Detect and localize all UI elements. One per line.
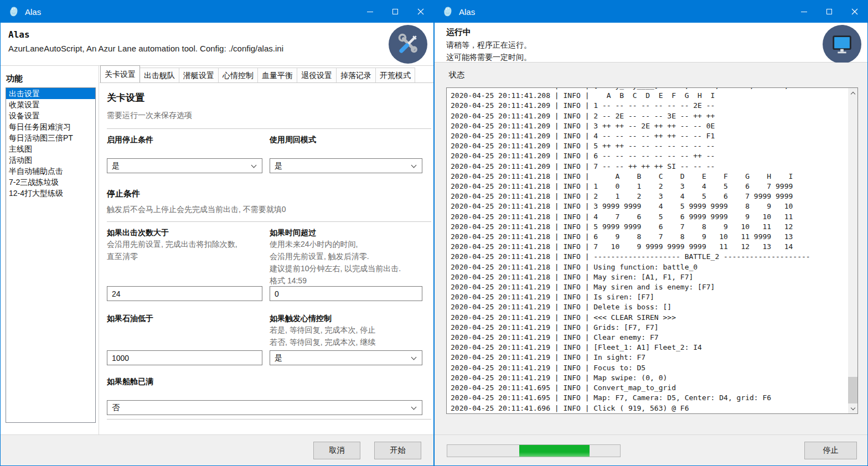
- tab[interactable]: 血量平衡: [257, 68, 297, 82]
- log-line: 2020-04-25 20:11:41.219 | INFO | [Fleet_…: [451, 343, 848, 353]
- if-count-input[interactable]: [107, 286, 262, 301]
- sidebar-heading: 功能: [6, 74, 99, 84]
- log-line: 2020-04-25 20:11:41.208 | INFO | A B C D…: [451, 91, 848, 101]
- log-line: 2020-04-25 20:11:41.209 | INFO | 2 -- 2E…: [451, 111, 848, 121]
- minimize-button[interactable]: [357, 1, 383, 23]
- if-time-help: 使用未来24小时内的时间,: [270, 239, 422, 250]
- tab[interactable]: 关卡设置: [100, 65, 140, 82]
- tab[interactable]: 潜艇设置: [179, 68, 219, 82]
- close-button[interactable]: [842, 1, 867, 23]
- settings-tabbar: 关卡设置出击舰队潜艇设置心情控制血量平衡退役设置掉落记录开荒模式: [100, 66, 433, 83]
- log-line: 2020-04-25 20:11:41.696 | INFO | Click (…: [451, 403, 848, 413]
- progress-indicator: [519, 445, 590, 457]
- monitor-badge: [823, 25, 861, 64]
- sidebar-item[interactable]: 主线图: [6, 143, 95, 154]
- tab[interactable]: 掉落记录: [336, 68, 376, 82]
- log-line: 2020-04-25 20:11:41.218 | INFO | Using f…: [451, 262, 848, 272]
- select-value: 是: [275, 353, 282, 363]
- chevron-up-icon: [850, 91, 855, 96]
- sidebar-item[interactable]: 每日活动图三倍PT: [6, 132, 95, 143]
- if-dock-full-select[interactable]: 否: [107, 400, 422, 415]
- tab[interactable]: 心情控制: [218, 68, 258, 82]
- scroll-down-button[interactable]: [848, 404, 857, 413]
- if-emotion-help: 若是, 等待回复, 完成本次, 停止: [270, 325, 422, 335]
- divider: [107, 221, 431, 222]
- log-line: 2020-04-25 20:11:41.218 | INFO | 6 9 8 7…: [451, 232, 848, 242]
- sidebar-item[interactable]: 设备设置: [6, 110, 95, 121]
- log-scrollbar[interactable]: [848, 88, 857, 413]
- log-line: 2020-04-25 20:11:41.219 | INFO | Map swi…: [451, 373, 848, 383]
- sidebar-item[interactable]: 每日任务困难演习: [6, 121, 95, 132]
- tab[interactable]: 出击舰队: [140, 68, 179, 82]
- log-line: 2020-04-25 20:11:41.218 | INFO | -------…: [451, 252, 848, 262]
- if-dock-full-label: 如果船舱已满: [107, 376, 433, 386]
- scrollbar-thumb[interactable]: [848, 377, 857, 403]
- log-line: 2020-04-25 20:11:41.219 | INFO | In sigh…: [451, 353, 848, 363]
- sidebar-item[interactable]: 12-4打大型练级: [6, 188, 95, 199]
- minimize-icon: [801, 12, 807, 12]
- minimize-icon: [367, 12, 373, 12]
- tab[interactable]: 开荒模式: [375, 68, 415, 82]
- log-line: 2020-04-25 20:11:41.219 | INFO | Clear e…: [451, 333, 848, 343]
- function-listbox[interactable]: 出击设置收菜设置设备设置每日任务困难演习每日活动图三倍PT主线图活动图半自动辅助…: [6, 87, 96, 423]
- sidebar-item[interactable]: 活动图: [6, 154, 95, 165]
- log-line: 2020-04-25 20:11:41.219 | INFO | May sir…: [451, 282, 848, 292]
- progress-bar: [447, 444, 621, 457]
- chevron-down-icon: [411, 355, 417, 360]
- enable-stop-select[interactable]: 是: [107, 158, 262, 173]
- log-line: 2020-04-25 20:11:41.209 | INFO | 1 -- --…: [451, 101, 848, 111]
- tab[interactable]: 退役设置: [297, 68, 337, 82]
- log-line: 2020-04-25 20:11:41.218 | INFO | 3 9999 …: [451, 201, 848, 211]
- log-content: 2020-04-25 20:11:41.188 | INFO | [enemy_…: [451, 87, 848, 413]
- form-title: 关卡设置: [107, 91, 433, 104]
- log-line: 2020-04-25 20:11:41.209 | INFO | 3 ++ ++…: [451, 121, 848, 131]
- run-titlebar[interactable]: Alas: [435, 1, 867, 23]
- close-button[interactable]: [408, 1, 433, 23]
- run-footer: 停止: [435, 434, 867, 465]
- log-line: 2020-04-25 20:11:41.695 | INFO | Convert…: [451, 383, 848, 393]
- window-title: Alas: [459, 7, 475, 17]
- maximize-icon: [826, 9, 832, 14]
- chevron-down-icon: [411, 405, 417, 410]
- if-time-help: 会沿用先前设置, 触发后清零.: [270, 251, 422, 262]
- run-window: Alas 运行中 请稍等，程序正在运行。 这可能将需要一定时间。 状态 2020…: [434, 0, 868, 466]
- alas-logo: [8, 6, 20, 18]
- start-button[interactable]: 开始: [374, 442, 421, 459]
- chevron-down-icon: [850, 405, 855, 410]
- alas-logo: [442, 6, 454, 18]
- tools-icon: [396, 32, 420, 56]
- cancel-button[interactable]: 取消: [313, 442, 360, 459]
- stop-button[interactable]: 停止: [804, 442, 857, 459]
- app-title: Alas: [8, 29, 433, 40]
- select-value: 否: [112, 403, 120, 413]
- log-line: 2020-04-25 20:11:41.218 | INFO | 1 0 1 2…: [451, 182, 848, 191]
- maximize-button[interactable]: [383, 1, 408, 23]
- sidebar-item[interactable]: 出击设置: [6, 88, 95, 99]
- log-line: 2020-04-25 20:11:41.218 | INFO | 4 7 6 5…: [451, 212, 848, 222]
- if-count-help: 直至清零: [107, 251, 262, 262]
- run-status-title: 运行中: [446, 27, 867, 38]
- config-titlebar[interactable]: Alas: [1, 1, 433, 23]
- app-subtitle: AzurLaneAutoScript, An Azur Lane automat…: [8, 44, 433, 53]
- log-line: 2020-04-25 20:11:41.219 | INFO | Is sire…: [451, 292, 848, 302]
- stage-settings-form: 关卡设置 需要运行一次来保存选项 启用停止条件 是 使用周回模式 是: [100, 83, 433, 434]
- select-value: 是: [112, 161, 120, 171]
- if-time-input[interactable]: [270, 286, 422, 301]
- sidebar-item[interactable]: 收菜设置: [6, 99, 95, 110]
- use-loop-select[interactable]: 是: [270, 158, 422, 173]
- log-line: 2020-04-25 20:11:41.209 | INFO | 7 -- --…: [451, 162, 848, 172]
- maximize-button[interactable]: [817, 1, 842, 23]
- sidebar-item[interactable]: 7-2三战拣垃圾: [6, 177, 95, 188]
- sidebar-item[interactable]: 半自动辅助点击: [6, 165, 95, 177]
- if-emotion-select[interactable]: 是: [270, 350, 422, 365]
- close-icon: [417, 8, 424, 15]
- log-line: 2020-04-25 20:11:41.218 | INFO | A B C D…: [451, 172, 848, 182]
- scroll-up-button[interactable]: [848, 88, 857, 97]
- status-label: 状态: [449, 70, 464, 80]
- if-emotion-label: 如果触发心情控制: [270, 313, 422, 323]
- config-app-header: Alas AzurLaneAutoScript, An Azur Lane au…: [1, 23, 433, 66]
- log-viewport: 2020-04-25 20:11:41.188 | INFO | [enemy_…: [446, 87, 858, 414]
- run-status-line: 这可能将需要一定时间。: [446, 52, 867, 62]
- minimize-button[interactable]: [791, 1, 817, 23]
- if-oil-input[interactable]: [107, 350, 262, 365]
